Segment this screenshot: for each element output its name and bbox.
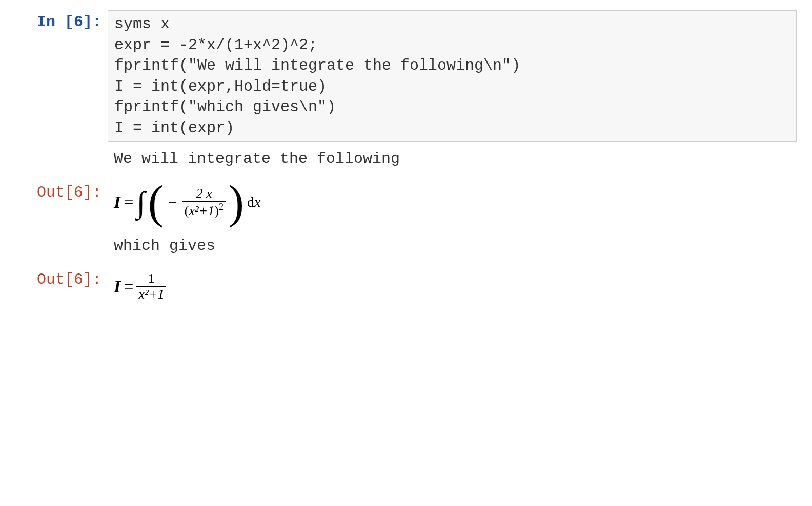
result-denominator: x²+1: [136, 286, 166, 302]
code-input[interactable]: syms x expr = -2*x/(1+x^2)^2; fprintf("W…: [108, 10, 797, 142]
equals-sign-2: =: [124, 277, 133, 297]
math-output-integral: I = ∫ ( − 2 x (x²+1)2 ) dx: [108, 181, 797, 224]
integrand-fraction: 2 x (x²+1)2: [182, 186, 226, 219]
output-math-cell-2: Out[6]: I = 1 x²+1: [15, 268, 797, 305]
stdout-text: We will integrate the following: [108, 147, 797, 171]
stdout-text-2: which gives: [108, 234, 797, 258]
result-numerator: 1: [146, 271, 157, 286]
minus-sign: −: [167, 194, 179, 211]
output-prompt-empty: [15, 147, 108, 150]
integral-sign-icon: ∫: [136, 187, 145, 218]
output-text-cell-2: which gives: [15, 234, 797, 258]
output-math-cell-1: Out[6]: I = ∫ ( − 2 x (x²+1)2 ) dx: [15, 181, 797, 224]
integrand-denominator: (x²+1)2: [182, 201, 226, 219]
math-output-result: I = 1 x²+1: [108, 268, 797, 305]
output-prompt-2: Out[6]:: [15, 268, 108, 288]
equals-sign: =: [124, 193, 133, 212]
input-prompt: In [6]:: [15, 10, 108, 31]
right-paren-icon: ): [229, 184, 244, 221]
left-paren-icon: (: [148, 184, 164, 221]
output-prompt: Out[6]:: [15, 181, 108, 201]
integrand-numerator: 2 x: [194, 186, 214, 201]
differential: dx: [247, 194, 260, 210]
output-text-cell-1: We will integrate the following: [15, 147, 797, 171]
input-cell: In [6]: syms x expr = -2*x/(1+x^2)^2; fp…: [15, 10, 797, 142]
math-lhs: I: [114, 193, 120, 212]
math-lhs-2: I: [114, 277, 120, 297]
result-fraction: 1 x²+1: [136, 271, 166, 302]
output-prompt-empty-2: [15, 234, 108, 237]
